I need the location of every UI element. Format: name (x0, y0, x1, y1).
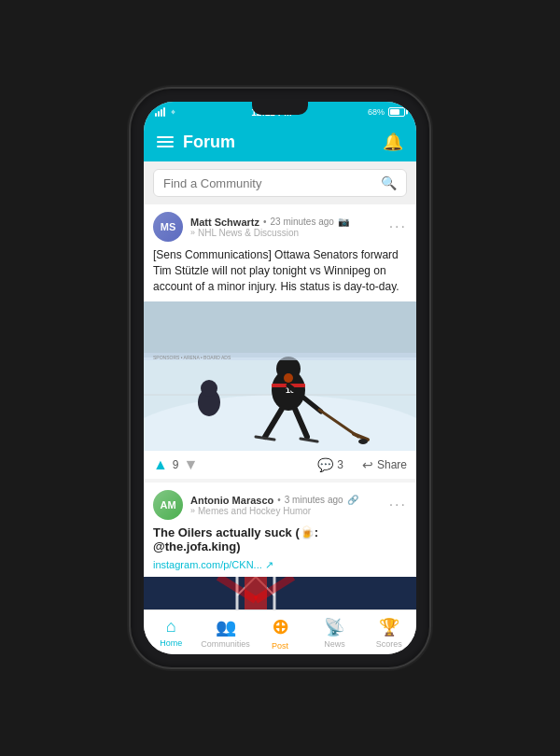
nav-left: Forum (157, 133, 235, 152)
community-row-2: » Memes and Hockey Humor (190, 506, 358, 516)
post-image-2 (144, 577, 416, 609)
post-link-2[interactable]: instagram.com/p/CKN... ↗ (144, 557, 416, 577)
svg-text:SPONSORS • ARENA • BOARD ADS: SPONSORS • ARENA • BOARD ADS (153, 355, 231, 360)
vote-count-1: 9 (173, 458, 179, 471)
comment-group-1[interactable]: 💬 3 (317, 457, 343, 472)
avatar-2: AM (153, 490, 183, 520)
post-time-1: • (263, 217, 267, 227)
battery-icon (388, 107, 405, 117)
search-input[interactable] (163, 176, 375, 190)
post-link-text-2: instagram.com/p/CKN... (153, 559, 262, 570)
vote-group-1: ▲ 9 ▼ (153, 456, 198, 473)
post-meta-1: Matt Schwartz • 23 minutes ago 📷 » NHL N… (190, 217, 349, 238)
hamburger-line-3 (157, 146, 174, 147)
wifi-icon: ⌖ (171, 107, 175, 118)
hockey-svg: 18 (144, 301, 416, 451)
post-card-2: AM Antonio Marasco • 3 minutes ago 🔗 » (144, 483, 416, 609)
share-group-1[interactable]: ↩ Share (362, 457, 407, 472)
communities-label: Communities (201, 639, 250, 649)
upvote-button-1[interactable]: ▲ (153, 456, 168, 473)
scores-icon: 🏆 (379, 617, 399, 637)
post-author-row-2: Antonio Marasco • 3 minutes ago 🔗 (190, 495, 358, 506)
post-header-left-2: AM Antonio Marasco • 3 minutes ago 🔗 » (153, 490, 358, 520)
signal-bar-3 (161, 109, 162, 117)
post-label: Post (272, 641, 288, 651)
search-icon[interactable]: 🔍 (381, 175, 397, 190)
post-actions-1: ▲ 9 ▼ 💬 3 ↩ Share (144, 451, 416, 479)
search-bar[interactable]: 🔍 (153, 169, 407, 197)
share-icon-1: ↩ (362, 457, 373, 472)
home-label: Home (160, 638, 182, 648)
post-text-2: The Oilers actually suck (🍺: @the.jofa.k… (144, 522, 416, 557)
avatar-img-1: MS (153, 212, 183, 242)
post-card-1: MS Matt Schwartz • 23 minutes ago 📷 » (144, 204, 416, 479)
nav-item-communities[interactable]: 👥 Communities (198, 610, 252, 654)
svg-rect-1 (144, 301, 416, 357)
link-icon-2: 🔗 (347, 495, 358, 505)
more-options-1[interactable]: ··· (389, 218, 407, 235)
svg-point-16 (201, 380, 217, 397)
signal-bars (155, 107, 165, 117)
more-options-2[interactable]: ··· (389, 497, 407, 513)
hamburger-line-2 (157, 141, 174, 143)
battery-percent: 68% (368, 107, 385, 117)
share-label-1: Share (377, 458, 407, 471)
post-author-2: Antonio Marasco (190, 495, 273, 506)
post-plus-icon: ⊕ (272, 615, 288, 639)
bottom-nav: ⌂ Home 👥 Communities ⊕ Post 📡 News 🏆 Sco… (144, 609, 416, 654)
nav-item-news[interactable]: 📡 News (307, 610, 361, 654)
home-icon: ⌂ (166, 617, 176, 637)
svg-point-17 (284, 373, 293, 383)
community-arrow-1: » (190, 228, 195, 237)
post-header-left-1: MS Matt Schwartz • 23 minutes ago 📷 » (153, 212, 349, 242)
avatar-img-2: AM (153, 490, 183, 520)
svg-point-18 (358, 439, 368, 444)
post-image-1: 18 (144, 301, 416, 451)
community-arrow-2: » (190, 506, 195, 515)
phone-notch (252, 102, 308, 115)
communities-icon: 👥 (216, 617, 236, 637)
news-icon: 📡 (324, 617, 344, 637)
notification-bell-icon[interactable]: 🔔 (383, 132, 403, 152)
nav-item-scores[interactable]: 🏆 Scores (362, 610, 416, 654)
external-link-icon: ↗ (265, 559, 273, 570)
post-separator-2: • (277, 495, 281, 505)
post-time-value-2: 3 minutes ago (285, 495, 343, 505)
app-title: Forum (183, 133, 235, 152)
bottom-image-svg (144, 577, 416, 609)
community-name-1: NHL News & Discussion (198, 228, 299, 238)
community-row-1: » NHL News & Discussion (190, 228, 349, 238)
post-time-value-1: 23 minutes ago (270, 217, 333, 227)
post-meta-2: Antonio Marasco • 3 minutes ago 🔗 » Meme… (190, 495, 358, 516)
post-header-2: AM Antonio Marasco • 3 minutes ago 🔗 » (144, 483, 416, 522)
post-author-row-1: Matt Schwartz • 23 minutes ago 📷 (190, 217, 349, 228)
hamburger-line-1 (157, 136, 174, 138)
scores-label: Scores (376, 639, 402, 649)
signal-bar-4 (163, 107, 165, 117)
signal-bar-2 (158, 111, 160, 117)
downvote-button-1[interactable]: ▼ (184, 456, 199, 473)
comment-count-1: 3 (337, 458, 343, 471)
avatar-1: MS (153, 212, 183, 242)
community-name-2: Memes and Hockey Humor (198, 506, 311, 516)
news-label: News (324, 639, 345, 649)
post-header-1: MS Matt Schwartz • 23 minutes ago 📷 » (144, 204, 416, 244)
post-author-1: Matt Schwartz (190, 217, 259, 228)
content-area: MS Matt Schwartz • 23 minutes ago 📷 » (144, 204, 416, 609)
signal-bar-1 (155, 113, 157, 117)
battery-fill (390, 109, 399, 115)
phone-screen: ⌖ 12:12 PM 68% Forum 🔔 (144, 102, 416, 654)
status-left: ⌖ (155, 107, 175, 118)
status-right: 68% (368, 107, 405, 117)
hamburger-menu[interactable] (157, 136, 174, 147)
phone-frame: ⌖ 12:12 PM 68% Forum 🔔 (131, 89, 429, 667)
nav-item-post[interactable]: ⊕ Post (253, 610, 307, 654)
camera-icon-1: 📷 (338, 217, 349, 227)
comment-icon-1: 💬 (317, 457, 333, 472)
top-nav: Forum 🔔 (144, 122, 416, 161)
post-text-1: [Sens Communications] Ottawa Senators fo… (144, 244, 416, 301)
nav-item-home[interactable]: ⌂ Home (144, 610, 198, 654)
